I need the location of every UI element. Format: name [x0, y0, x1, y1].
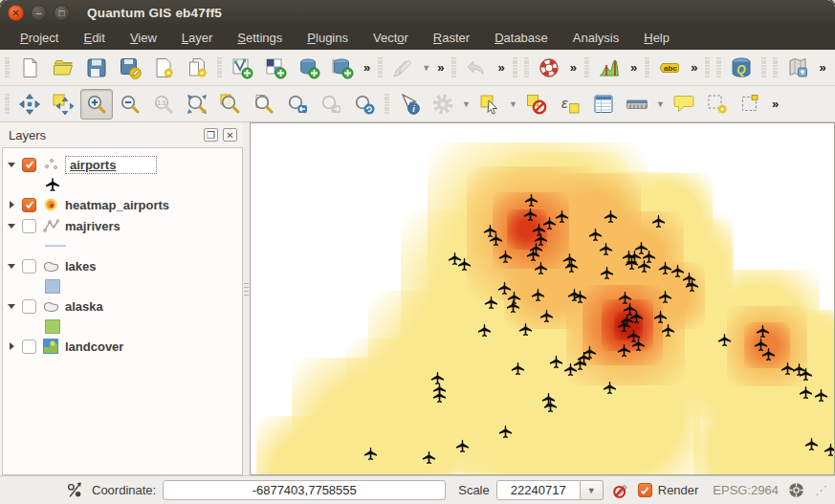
zoom-to-selection-icon[interactable] — [214, 89, 247, 120]
add-postgis-layer-icon[interactable] — [293, 53, 325, 83]
zoom-in-icon[interactable] — [80, 89, 113, 120]
pan-to-selection-icon[interactable] — [47, 89, 79, 120]
toolbar-grip[interactable] — [4, 57, 11, 78]
close-window-icon[interactable]: ✕ — [8, 5, 24, 21]
layer-item-lakes[interactable]: lakes — [7, 255, 242, 276]
undock-panel-icon[interactable]: ❐ — [204, 128, 218, 142]
resize-grip[interactable]: ⋰ — [815, 483, 827, 497]
toolbar-grip[interactable] — [523, 57, 530, 78]
chevron-down-icon[interactable]: ▼ — [460, 99, 472, 109]
toolbar-overflow-icon[interactable]: » — [494, 60, 508, 75]
chevron-down-icon[interactable]: ▼ — [420, 63, 432, 73]
crs-status-icon[interactable] — [785, 480, 806, 501]
layer-visibility-checkbox[interactable] — [22, 340, 36, 354]
new-bookmark-icon[interactable] — [701, 89, 734, 120]
layer-visibility-checkbox[interactable] — [22, 219, 36, 233]
menu-help[interactable]: Help — [631, 28, 682, 48]
toolbar-overflow-icon[interactable]: » — [360, 60, 374, 75]
zoom-to-layer-icon[interactable] — [248, 89, 280, 120]
panel-splitter[interactable] — [243, 122, 250, 475]
toolbar-overflow-icon[interactable]: » — [433, 60, 448, 75]
toolbar-grip[interactable] — [715, 57, 722, 78]
coordinate-input[interactable]: -6877403,7758555 — [163, 480, 446, 500]
toolbar-grip[interactable] — [377, 57, 384, 78]
attribute-table-icon[interactable] — [587, 89, 620, 120]
collapse-icon[interactable] — [7, 264, 16, 269]
save-project-as-icon[interactable] — [114, 53, 146, 83]
select-features-icon[interactable] — [473, 89, 506, 120]
menu-plugins[interactable]: Plugins — [295, 28, 361, 48]
new-composer-icon[interactable] — [147, 53, 180, 83]
toolbar-overflow-icon[interactable]: » — [815, 60, 829, 75]
statistical-summary-icon[interactable] — [593, 53, 626, 83]
scale-combobox[interactable]: 22240717 ▼ — [496, 480, 604, 500]
help-contents-icon[interactable] — [533, 53, 565, 83]
menu-view[interactable]: View — [118, 28, 169, 48]
toolbar-grip[interactable] — [4, 94, 11, 115]
expand-icon[interactable] — [7, 342, 16, 350]
zoom-out-icon[interactable] — [114, 89, 146, 120]
refresh-map-icon[interactable] — [348, 89, 381, 120]
map-canvas[interactable] — [250, 122, 835, 475]
mapserver-export-icon[interactable] — [781, 53, 814, 83]
db-manager-icon[interactable]: Q — [725, 53, 758, 83]
add-vector-layer-icon[interactable] — [226, 53, 258, 83]
composer-manager-icon[interactable] — [181, 53, 213, 83]
toolbar-grip[interactable] — [704, 57, 711, 78]
menu-raster[interactable]: Raster — [421, 28, 482, 48]
pan-map-icon[interactable] — [13, 89, 46, 120]
toolbar-grip[interactable] — [772, 57, 779, 78]
render-toggle[interactable]: Render — [638, 483, 699, 497]
identify-icon[interactable]: i — [393, 89, 426, 120]
menu-database[interactable]: Database — [482, 28, 560, 48]
layer-item-majrivers[interactable]: majrivers — [7, 215, 242, 236]
layer-name[interactable]: majrivers — [65, 219, 121, 233]
zoom-last-icon[interactable] — [281, 89, 314, 120]
labeling-icon[interactable]: abc — [653, 53, 686, 83]
add-raster-layer-icon[interactable] — [259, 53, 292, 83]
toolbar-overflow-icon[interactable]: » — [768, 97, 782, 111]
menu-edit[interactable]: Edit — [71, 28, 117, 48]
new-project-icon[interactable] — [13, 53, 46, 83]
minimize-window-icon[interactable]: – — [31, 5, 47, 21]
toolbar-overflow-icon[interactable]: » — [626, 60, 641, 75]
menu-settings[interactable]: Settings — [225, 28, 295, 48]
mouse-position-toggle-icon[interactable] — [64, 480, 85, 501]
layer-visibility-checkbox[interactable] — [22, 299, 36, 314]
layer-name[interactable]: lakes — [65, 259, 97, 274]
add-spatialite-layer-icon[interactable] — [326, 53, 359, 83]
collapse-icon[interactable] — [7, 163, 16, 167]
layer-visibility-checkbox[interactable] — [22, 198, 36, 212]
deselect-all-icon[interactable] — [520, 89, 553, 120]
collapse-icon[interactable] — [7, 224, 16, 229]
chevron-down-icon[interactable]: ▼ — [654, 99, 667, 109]
toolbar-grip[interactable] — [216, 57, 223, 78]
layer-visibility-checkbox[interactable] — [22, 259, 36, 274]
show-bookmarks-icon[interactable] — [735, 89, 767, 120]
toolbar-grip[interactable] — [760, 57, 767, 78]
save-project-icon[interactable] — [80, 53, 113, 83]
toolbar-overflow-icon[interactable]: » — [566, 60, 581, 75]
layer-item-landcover[interactable]: landcover — [7, 336, 242, 357]
chevron-down-icon[interactable]: ▼ — [581, 480, 604, 500]
layer-name[interactable]: landcover — [65, 340, 123, 354]
layer-item-airports[interactable]: airports — [7, 154, 242, 175]
toolbar-grip[interactable] — [450, 57, 457, 78]
menu-project[interactable]: Project — [8, 28, 71, 48]
toolbar-grip[interactable] — [644, 57, 650, 78]
layer-item-alaska[interactable]: alaska — [7, 296, 242, 317]
measure-icon[interactable] — [621, 89, 653, 120]
toolbar-grip[interactable] — [583, 57, 590, 78]
open-project-icon[interactable] — [47, 53, 79, 83]
toolbar-grip[interactable] — [384, 94, 390, 115]
expand-icon[interactable] — [7, 201, 16, 208]
close-panel-icon[interactable]: ✕ — [223, 128, 237, 142]
menu-layer[interactable]: Layer — [169, 28, 226, 48]
maximize-window-icon[interactable]: □ — [54, 5, 70, 21]
layer-name[interactable]: heatmap_airports — [65, 198, 169, 212]
select-by-expression-icon[interactable]: ε — [554, 89, 586, 120]
layer-visibility-checkbox[interactable] — [22, 158, 36, 172]
layer-name[interactable]: airports — [65, 156, 157, 174]
render-checkbox[interactable] — [638, 483, 652, 497]
map-tips-icon[interactable] — [668, 89, 700, 120]
